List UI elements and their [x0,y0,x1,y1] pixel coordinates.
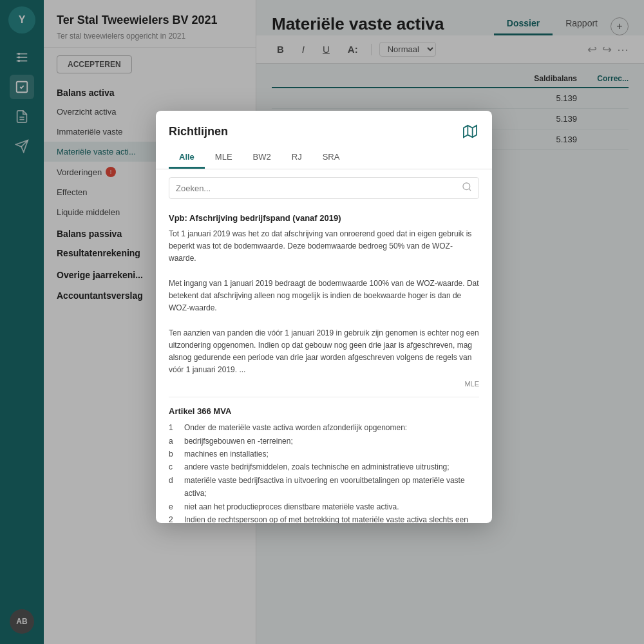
guidelines-dialog: Richtlijnen Alle MLE BW2 RJ SRA Vpb: Afs… [156,111,492,523]
guideline-art366: Artikel 366 MVA 1 Onder de materiële vas… [169,397,479,523]
guideline-vpb-title: Vpb: Afschrijving bedrijfspand (vanaf 20… [169,213,479,223]
guideline-vpb: Vpb: Afschrijving bedrijfspand (vanaf 20… [169,204,479,397]
dialog-tab-mle[interactable]: MLE [205,147,243,169]
guideline-art366-list: 1 Onder de materiële vaste activa worden… [169,421,479,523]
dialog-tab-bar: Alle MLE BW2 RJ SRA [156,147,492,169]
guideline-vpb-text: Tot 1 januari 2019 was het zo dat afschr… [169,228,479,376]
list-item: b machines en installaties; [169,448,479,460]
list-item: 2 Indien de rechtspersoon op of met betr… [169,513,479,523]
dialog-tab-rj[interactable]: RJ [281,147,312,169]
svg-point-11 [463,183,470,190]
list-item: a bedrijfsgebouwen en -terreinen; [169,435,479,448]
search-container [169,177,479,199]
dialog-tab-alle[interactable]: Alle [169,147,205,169]
list-item: c andere vaste bedrijfsmiddelen, zoals t… [169,460,479,473]
svg-line-12 [469,189,471,191]
dialog-header: Richtlijnen [156,111,492,140]
map-icon [461,122,479,140]
dialog-tab-bw2[interactable]: BW2 [243,147,281,169]
list-item: d materiële vaste bedrijfsactiva in uitv… [169,474,479,500]
search-icon [462,182,472,194]
list-item: e niet aan het productieproces dienstbar… [169,500,479,513]
dialog-content: Vpb: Afschrijving bedrijfspand (vanaf 20… [156,204,492,523]
list-item: 1 Onder de materiële vaste activa worden… [169,421,479,434]
guideline-art366-title: Artikel 366 MVA [169,406,479,416]
dialog-title: Richtlijnen [169,125,228,138]
search-input[interactable] [176,184,462,193]
guideline-vpb-source: MLE [169,380,479,388]
svg-marker-8 [464,126,477,137]
dialog-tab-sra[interactable]: SRA [312,147,350,169]
